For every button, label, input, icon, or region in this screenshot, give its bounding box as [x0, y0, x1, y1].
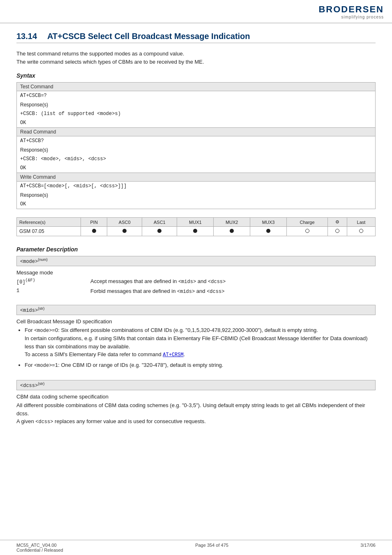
param-mode-name: Message mode — [16, 269, 376, 276]
param-dcss-section: <dcss>(str) CBM data coding scheme speci… — [16, 380, 376, 427]
param-dcss-name: CBM data coding scheme specification — [16, 394, 376, 400]
write-cmd-response-label-row: Response(s) — [17, 191, 376, 200]
syntax-heading: Syntax — [16, 72, 376, 79]
description: The test command returns the supported m… — [16, 50, 376, 66]
test-cmd-ok: OK — [17, 118, 376, 128]
logo-name: BRODERSEN — [318, 4, 384, 15]
page-footer: MC55_ATC_V04.00 Confidential / Released … — [0, 540, 392, 555]
reference-table: Reference(s) PIN ASC0 ASC1 MUX1 MUX2 MUX… — [16, 217, 376, 236]
param-mids-name: Cell Broadcast Message ID specification — [16, 318, 376, 325]
ref-gsm-asc0 — [107, 227, 142, 236]
param-mode-header: <mode>(num) — [16, 256, 376, 266]
param-mids-bullet2: For <mode>=1: One CBM ID or range of IDs… — [25, 361, 376, 369]
test-cmd-header-row: Test Command — [17, 83, 376, 91]
ref-gsm-pin — [81, 227, 107, 236]
ref-gsm-asc1 — [142, 227, 177, 236]
param-mode-val1: 1 Forbid messages that are defined in <m… — [16, 287, 376, 295]
param-mids-bullets: For <mode>=0: Six different possible com… — [25, 326, 376, 369]
ref-gsm-mux3 — [250, 227, 287, 236]
syntax-table: Test Command AT+CSCB=? Response(s) +CSCB… — [16, 82, 376, 209]
write-cmd-header-row: Write Command — [17, 173, 376, 182]
footer-left: MC55_ATC_V04.00 Confidential / Released — [16, 543, 63, 553]
write-cmd-header: Write Command — [17, 173, 376, 182]
param-mids-header: <mids>(str) — [16, 305, 376, 315]
read-cmd-response-label: Response(s) — [17, 145, 376, 154]
test-cmd-header: Test Command — [17, 83, 376, 91]
read-cmd-response-label-row: Response(s) — [17, 145, 376, 154]
read-cmd-header: Read Command — [17, 128, 376, 136]
param-mode-val0-desc: Accept messages that are defined in <mid… — [90, 277, 376, 286]
section-title: 13.14 AT+CSCB Select Cell Broadcast Mess… — [16, 32, 376, 43]
ref-mux1-header: MUX1 — [177, 218, 214, 227]
test-cmd-response-row: +CSCB: (list of supported <mode>s) — [17, 109, 376, 118]
section-name: AT+CSCB Select Cell Broadcast Message In… — [47, 32, 250, 41]
page-header: BRODERSEN simplifying process — [0, 0, 392, 23]
ref-gear-header: ⚙ — [328, 218, 347, 227]
section-number: 13.14 — [16, 32, 37, 41]
read-cmd-ok: OK — [17, 164, 376, 173]
ref-label-header: Reference(s) — [17, 218, 81, 227]
ref-pin-header: PIN — [81, 218, 107, 227]
ref-last-header: Last — [347, 218, 375, 227]
read-cmd-code: AT+CSCB? — [17, 136, 376, 146]
test-cmd-code-row: AT+CSCB=? — [17, 91, 376, 101]
write-cmd-ok-row: OK — [17, 200, 376, 209]
ref-gsm-last — [347, 227, 375, 236]
read-cmd-response-row: +CSCB: <mode>, <mids>, <dcss> — [17, 154, 376, 164]
param-mode-val0: [0](&F) Accept messages that are defined… — [16, 277, 376, 286]
ref-asc1-header: ASC1 — [142, 218, 177, 227]
param-dcss-body: CBM data coding scheme specification All… — [16, 392, 376, 427]
read-cmd-code-row: AT+CSCB? — [17, 136, 376, 146]
param-mode-val1-desc: Forbid messages that are defined in <mid… — [90, 287, 376, 295]
param-mids-sup: (str) — [38, 306, 44, 311]
param-mids-body: Cell Broadcast Message ID specification … — [16, 317, 376, 373]
param-heading: Parameter Description — [16, 246, 376, 253]
param-dcss-desc: All different possible combinations of C… — [16, 401, 376, 426]
footer-status: Confidential / Released — [16, 548, 63, 553]
test-cmd-code: AT+CSCB=? — [17, 91, 376, 101]
test-cmd-response-label-row: Response(s) — [17, 100, 376, 109]
test-cmd-response-label: Response(s) — [17, 100, 376, 109]
write-cmd-ok: OK — [17, 200, 376, 209]
desc-line1: The test command returns the supported m… — [16, 50, 376, 58]
param-mode-sup: (num) — [38, 258, 48, 262]
footer-center: Page 354 of 475 — [195, 543, 228, 553]
ref-gsm-gear — [328, 227, 347, 236]
param-mode-body: Message mode [0](&F) Accept messages tha… — [16, 268, 376, 298]
ref-gsm-mux1 — [177, 227, 214, 236]
param-mode-val1-code: 1 — [16, 287, 90, 295]
logo: BRODERSEN simplifying process — [318, 4, 384, 19]
logo-tagline: simplifying process — [318, 15, 384, 19]
param-mids-section: <mids>(str) Cell Broadcast Message ID sp… — [16, 305, 376, 373]
read-cmd-header-row: Read Command — [17, 128, 376, 136]
ref-gsm-label: GSM 07.05 — [17, 227, 81, 236]
ref-asc0-header: ASC0 — [107, 218, 142, 227]
ref-mux2-header: MUX2 — [214, 218, 250, 227]
param-dcss-sup: (str) — [38, 382, 44, 386]
param-mode-val0-sup: (&F) — [25, 278, 35, 283]
read-cmd-response: +CSCB: <mode>, <mids>, <dcss> — [17, 154, 376, 164]
ref-gsm-row: GSM 07.05 — [17, 227, 376, 236]
param-mode-val0-code: [0](&F) — [16, 277, 90, 286]
ref-gsm-mux2 — [214, 227, 250, 236]
ref-gsm-charge — [286, 227, 327, 236]
param-dcss-header: <dcss>(str) — [16, 380, 376, 390]
footer-doc-id: MC55_ATC_V04.00 — [16, 543, 63, 548]
param-mode-section: <mode>(num) Message mode [0](&F) Accept … — [16, 256, 376, 298]
footer-date: 3/17/06 — [360, 543, 376, 553]
write-cmd-response-label: Response(s) — [17, 191, 376, 200]
ref-mux3-header: MUX3 — [250, 218, 287, 227]
write-cmd-code-row: AT+CSCB=[<mode>[, <mids>[, <dcss>]]] — [17, 182, 376, 191]
test-cmd-response: +CSCB: (list of supported <mode>s) — [17, 109, 376, 118]
param-mids-bullet1: For <mode>=0: Six different possible com… — [25, 326, 376, 359]
main-content: 13.14 AT+CSCB Select Cell Broadcast Mess… — [0, 23, 392, 450]
ref-table-header-row: Reference(s) PIN ASC0 ASC1 MUX1 MUX2 MUX… — [17, 218, 376, 227]
test-cmd-ok-row: OK — [17, 118, 376, 128]
ref-charge-header: Charge — [286, 218, 327, 227]
write-cmd-code: AT+CSCB=[<mode>[, <mids>[, <dcss>]]] — [17, 182, 376, 191]
read-cmd-ok-row: OK — [17, 164, 376, 173]
desc-line2: The write command selects which types of… — [16, 58, 376, 66]
